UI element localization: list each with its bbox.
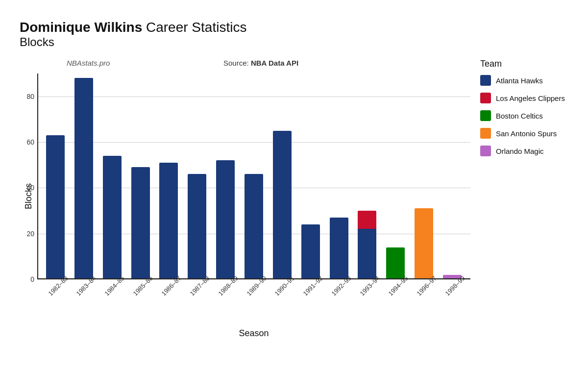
legend-item: San Antonio Spurs bbox=[480, 128, 568, 139]
legend-label: Atlanta Hawks bbox=[496, 76, 543, 85]
plot-and-legend: NBAstats.pro Source: NBA Data API 020406… bbox=[37, 54, 578, 339]
y-tick-label: 20 bbox=[26, 230, 34, 238]
y-tick-label: 40 bbox=[26, 184, 34, 192]
x-label: 1996–97 bbox=[411, 281, 437, 291]
legend-item: Orlando Magic bbox=[480, 146, 568, 156]
x-label: 1994–95 bbox=[382, 281, 409, 291]
watermark: NBAstats.pro bbox=[67, 59, 110, 67]
x-label: 1984–85 bbox=[99, 281, 125, 291]
legend-label: Orlando Magic bbox=[496, 147, 544, 155]
title-bold: Dominique Wilkins bbox=[20, 20, 142, 35]
main-title: Dominique Wilkins Career Statistics bbox=[20, 20, 578, 35]
bar-stack bbox=[155, 163, 182, 279]
y-tick-label: 60 bbox=[26, 138, 34, 146]
x-label: 1989–90 bbox=[241, 281, 267, 291]
legend-swatch bbox=[480, 128, 491, 139]
bar-stack bbox=[99, 156, 125, 279]
bar-group bbox=[127, 167, 154, 279]
x-label: 1982–83 bbox=[42, 281, 69, 291]
bar-stacked bbox=[358, 211, 376, 229]
bar-main bbox=[46, 135, 65, 279]
bar-main bbox=[301, 224, 320, 279]
legend-title: Team bbox=[480, 59, 568, 69]
bar-group bbox=[269, 131, 295, 279]
bar-stack bbox=[411, 208, 437, 279]
bar-stack bbox=[354, 211, 380, 279]
bar-group bbox=[411, 208, 437, 279]
legend-items: Atlanta HawksLos Angeles ClippersBoston … bbox=[480, 75, 568, 156]
bar-stack bbox=[241, 174, 267, 279]
title-rest: Career Statistics bbox=[142, 20, 246, 35]
bar-main bbox=[188, 174, 206, 279]
bar-stack bbox=[269, 131, 295, 279]
bar-main bbox=[330, 218, 348, 279]
bars-row bbox=[37, 74, 470, 279]
bar-stack bbox=[127, 167, 154, 279]
x-label: 1990–91 bbox=[269, 281, 295, 291]
legend-label: Boston Celtics bbox=[496, 112, 543, 120]
bar-main bbox=[415, 208, 433, 279]
bar-group bbox=[326, 218, 352, 279]
chart-area: Blocks NBAstats.pro Source: NBA Data API… bbox=[20, 54, 578, 339]
x-label: 1985–86 bbox=[127, 281, 154, 291]
bar-main bbox=[216, 160, 235, 279]
x-label: 1993–94 bbox=[354, 281, 380, 291]
legend-swatch bbox=[480, 146, 491, 156]
legend-swatch bbox=[480, 75, 491, 86]
bar-group bbox=[99, 156, 125, 279]
bar-stack bbox=[212, 160, 239, 279]
bar-group bbox=[212, 160, 239, 279]
x-label: 1998–99 bbox=[439, 281, 466, 291]
bar-group bbox=[184, 174, 210, 279]
bar-stack bbox=[326, 218, 352, 279]
title-block: Dominique Wilkins Career Statistics Bloc… bbox=[20, 20, 578, 49]
x-label: 1988–89 bbox=[212, 281, 239, 291]
legend-item: Los Angeles Clippers bbox=[480, 93, 568, 103]
bar-stack bbox=[42, 135, 69, 279]
source-text: Source: NBA Data API bbox=[223, 59, 298, 67]
bar-main bbox=[159, 163, 178, 279]
y-tick-label: 80 bbox=[26, 93, 34, 100]
bar-group bbox=[297, 224, 324, 279]
bar-group bbox=[155, 163, 182, 279]
chart-container: Dominique Wilkins Career Statistics Bloc… bbox=[0, 0, 588, 392]
legend-swatch bbox=[480, 110, 491, 121]
bar-main bbox=[103, 156, 122, 279]
subtitle: Blocks bbox=[20, 35, 578, 49]
x-label: 1991–92 bbox=[297, 281, 324, 291]
x-label: 1987–88 bbox=[184, 281, 210, 291]
bar-main bbox=[131, 167, 150, 279]
bar-main bbox=[245, 174, 263, 279]
bar-group bbox=[354, 211, 380, 279]
y-axis-line bbox=[37, 74, 38, 279]
legend: Team Atlanta HawksLos Angeles ClippersBo… bbox=[470, 54, 578, 339]
x-axis-labels: 1982–831983–841984–851985–861986–871987–… bbox=[37, 281, 470, 325]
bar-main bbox=[386, 247, 405, 279]
bar-group bbox=[42, 135, 69, 279]
y-tick-label: 0 bbox=[30, 275, 34, 283]
x-axis-title: Season bbox=[37, 328, 470, 339]
bar-main bbox=[273, 131, 292, 279]
bar-stack bbox=[71, 78, 97, 279]
x-label: 1992–93 bbox=[326, 281, 352, 291]
legend-label: San Antonio Spurs bbox=[496, 129, 557, 138]
bar-stack bbox=[184, 174, 210, 279]
bar-stack bbox=[297, 224, 324, 279]
bar-group bbox=[71, 78, 97, 279]
bar-main bbox=[74, 78, 93, 279]
legend-item: Boston Celtics bbox=[480, 110, 568, 121]
legend-item: Atlanta Hawks bbox=[480, 75, 568, 86]
grid-and-bars: 020406080 bbox=[37, 74, 470, 279]
legend-label: Los Angeles Clippers bbox=[496, 94, 565, 102]
bar-group bbox=[241, 174, 267, 279]
x-label: 1983–84 bbox=[71, 281, 97, 291]
bar-main bbox=[358, 229, 376, 279]
plot-container: NBAstats.pro Source: NBA Data API 020406… bbox=[37, 54, 470, 339]
legend-swatch bbox=[480, 93, 491, 103]
x-label: 1986–87 bbox=[155, 281, 182, 291]
